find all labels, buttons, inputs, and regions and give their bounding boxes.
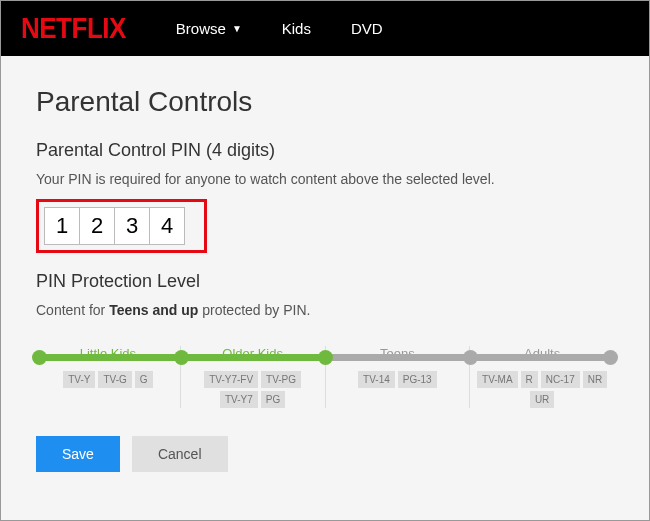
rating-tag: NR — [583, 371, 607, 388]
save-button[interactable]: Save — [36, 436, 120, 472]
chevron-down-icon: ▼ — [232, 23, 242, 34]
header-bar: NETFLIX Browse ▼ Kids DVD — [1, 1, 649, 56]
nav-browse[interactable]: Browse ▼ — [176, 20, 242, 37]
rating-tag: UR — [530, 391, 554, 408]
pin-highlight-box — [36, 199, 207, 253]
nav-dvd[interactable]: DVD — [351, 20, 383, 37]
action-buttons: Save Cancel — [36, 436, 614, 472]
rating-tag: TV-Y7-FV — [204, 371, 258, 388]
rating-tag: TV-PG — [261, 371, 301, 388]
nav-kids[interactable]: Kids — [282, 20, 311, 37]
protection-slider[interactable]: Little Kids TV-Y TV-G G Older Kids TV-Y7… — [36, 346, 614, 416]
level-ratings: TV-Y7-FV TV-PG TV-Y7 PG — [185, 371, 321, 408]
level-ratings: TV-MA R NC-17 NR UR — [474, 371, 610, 408]
rating-tag: TV-14 — [358, 371, 395, 388]
netflix-logo[interactable]: NETFLIX — [21, 11, 126, 45]
pin-description: Your PIN is required for anyone to watch… — [36, 171, 614, 187]
pin-inputs — [44, 207, 184, 245]
rating-tag: G — [135, 371, 153, 388]
rating-tag: PG — [261, 391, 285, 408]
slider-dot-3[interactable] — [463, 350, 478, 365]
pin-digit-3[interactable] — [114, 207, 150, 245]
pin-heading: Parental Control PIN (4 digits) — [36, 140, 614, 161]
slider-dot-0[interactable] — [32, 350, 47, 365]
slider-dot-1[interactable] — [174, 350, 189, 365]
level-ratings: TV-14 PG-13 — [330, 371, 466, 388]
page-title: Parental Controls — [36, 86, 614, 118]
rating-tag: R — [521, 371, 538, 388]
pin-digit-1[interactable] — [44, 207, 80, 245]
protection-text: Content for Teens and up protected by PI… — [36, 302, 614, 318]
protection-suffix: protected by PIN. — [198, 302, 310, 318]
pin-digit-2[interactable] — [79, 207, 115, 245]
slider-dot-4[interactable] — [603, 350, 618, 365]
rating-tag: TV-Y7 — [220, 391, 258, 408]
nav-browse-label: Browse — [176, 20, 226, 37]
protection-level-heading: PIN Protection Level — [36, 271, 614, 292]
rating-tag: NC-17 — [541, 371, 580, 388]
protection-bold: Teens and up — [109, 302, 198, 318]
rating-tag: TV-G — [98, 371, 131, 388]
rating-tag: TV-Y — [63, 371, 95, 388]
rating-tag: PG-13 — [398, 371, 437, 388]
cancel-button[interactable]: Cancel — [132, 436, 228, 472]
slider-dot-2[interactable] — [318, 350, 333, 365]
level-ratings: TV-Y TV-G G — [40, 371, 176, 388]
protection-prefix: Content for — [36, 302, 109, 318]
pin-digit-4[interactable] — [149, 207, 185, 245]
content-area: Parental Controls Parental Control PIN (… — [1, 56, 649, 520]
rating-tag: TV-MA — [477, 371, 518, 388]
